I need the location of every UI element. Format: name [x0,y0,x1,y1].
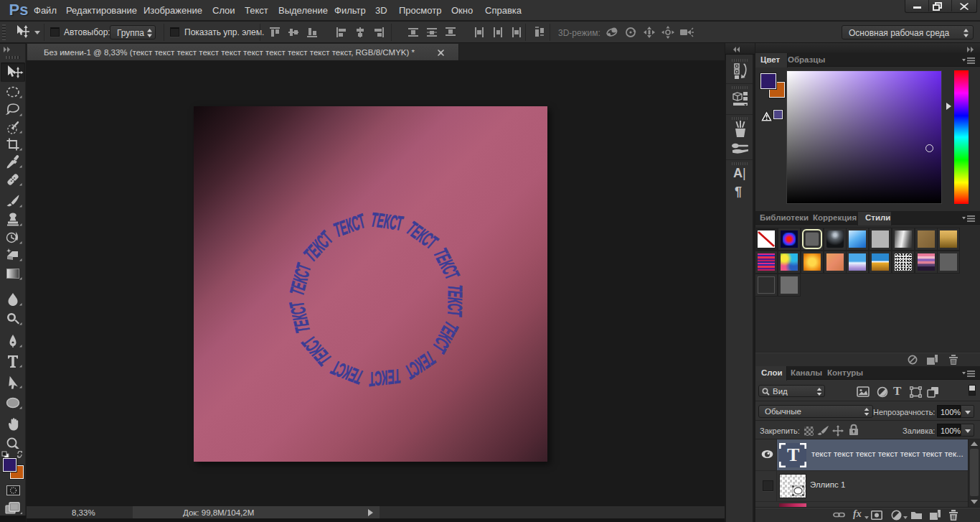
svg-text:ТЕКСТ: ТЕКСТ [443,284,466,317]
svg-text:ТЕКСТ: ТЕКСТ [369,208,405,235]
svg-text:ТЕКСТ: ТЕКСТ [299,227,338,266]
svg-text:ТЕКСТ: ТЕКСТ [367,365,402,391]
svg-text:ТЕКСТ: ТЕКСТ [328,356,367,388]
svg-text:ТЕКСТ: ТЕКСТ [286,261,315,298]
svg-text:ТЕКСТ: ТЕКСТ [298,331,336,370]
svg-text:ТЕКСТ: ТЕКСТ [285,298,314,335]
svg-text:ТЕКСТ: ТЕКСТ [428,318,463,358]
svg-text:ТЕКСТ: ТЕКСТ [331,210,369,242]
svg-text:ТЕКСТ: ТЕКСТ [429,245,463,284]
svg-text:ТЕКСТ: ТЕКСТ [400,347,439,383]
svg-text:ТЕКСТ: ТЕКСТ [402,217,442,254]
